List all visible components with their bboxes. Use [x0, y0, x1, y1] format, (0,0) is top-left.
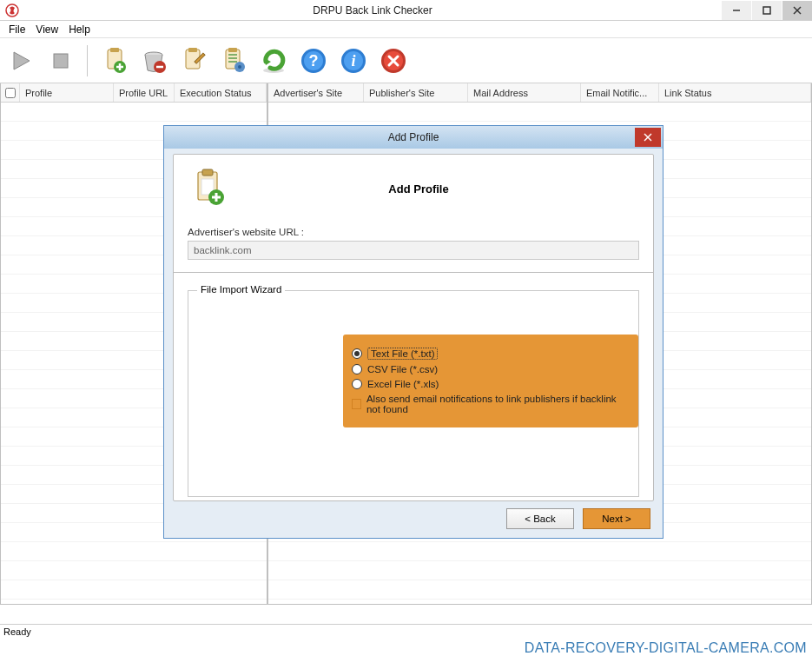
radio-icon — [352, 364, 362, 374]
file-import-wizard-fieldset: File Import Wizard Text File (*.txt) CSV… — [188, 290, 639, 497]
dialog-title: Add Profile — [164, 131, 663, 143]
col-profile-url[interactable]: Profile URL — [114, 83, 175, 102]
info-button[interactable]: i — [336, 43, 371, 79]
option-email-notify[interactable]: Also send email notifications to link pu… — [352, 394, 630, 414]
status-bar: Ready — [0, 624, 812, 639]
svg-marker-5 — [14, 52, 30, 70]
url-label: Advertiser's website URL : — [188, 227, 639, 237]
col-publisher-site[interactable]: Publisher's Site — [364, 83, 468, 102]
help-button[interactable]: ? — [296, 43, 331, 79]
col-profile[interactable]: Profile — [20, 83, 114, 102]
svg-rect-19 — [228, 48, 237, 52]
svg-text:?: ? — [309, 52, 319, 70]
option-text-file-label: Text File (*.txt) — [367, 348, 438, 360]
divider — [174, 272, 653, 273]
radio-icon — [352, 348, 362, 359]
checkbox-icon — [352, 399, 361, 409]
option-excel-file[interactable]: Excel File (*.xls) — [352, 379, 630, 389]
next-button[interactable]: Next > — [583, 508, 650, 529]
minimize-button[interactable] — [722, 1, 751, 20]
menu-file[interactable]: File — [3, 22, 30, 37]
svg-rect-40 — [202, 169, 213, 176]
dialog-footer: < Back Next > — [506, 508, 650, 529]
refresh-button[interactable] — [256, 43, 291, 79]
dialog-close-button[interactable] — [635, 128, 661, 147]
option-excel-file-label: Excel File (*.xls) — [367, 379, 439, 389]
svg-rect-16 — [188, 48, 197, 52]
dialog-body: Add Profile Advertiser's website URL : F… — [173, 154, 654, 501]
status-text: Ready — [3, 626, 31, 637]
toolbar: ? i — [0, 38, 812, 83]
col-link-status[interactable]: Link Status — [659, 83, 811, 102]
stop-button[interactable] — [43, 43, 78, 79]
col-exec-status[interactable]: Execution Status — [175, 83, 267, 102]
dialog-header: Add Profile — [240, 182, 639, 195]
svg-rect-8 — [110, 48, 119, 52]
option-email-notify-label: Also send email notifications to link pu… — [366, 394, 630, 414]
svg-rect-6 — [54, 54, 68, 68]
option-csv-file[interactable]: CSV File (*.csv) — [352, 364, 630, 374]
play-button[interactable] — [3, 43, 38, 79]
menu-help[interactable]: Help — [63, 22, 96, 37]
watermark: DATA-RECOVERY-DIGITAL-CAMERA.COM — [525, 640, 807, 656]
svg-rect-2 — [763, 7, 770, 14]
menubar: File View Help — [0, 21, 812, 38]
add-profile-button[interactable] — [96, 43, 131, 79]
option-text-file[interactable]: Text File (*.txt) — [352, 348, 630, 360]
file-options-box: Text File (*.txt) CSV File (*.csv) Excel… — [343, 335, 638, 427]
settings-button[interactable] — [216, 43, 251, 79]
back-button[interactable]: < Back — [506, 508, 574, 529]
app-icon — [3, 2, 21, 19]
delete-profile-button[interactable] — [136, 43, 171, 79]
window-title: DRPU Back Link Checker — [24, 4, 721, 17]
maximize-button[interactable] — [752, 1, 782, 20]
col-email-notification[interactable]: Email Notific... — [581, 83, 659, 102]
col-advertiser-site[interactable]: Advertiser's Site — [268, 83, 364, 102]
window-close-button[interactable] — [782, 1, 812, 20]
toolbar-separator — [85, 43, 89, 78]
option-csv-file-label: CSV File (*.csv) — [367, 364, 438, 374]
col-checkbox[interactable] — [1, 83, 20, 102]
add-profile-dialog: Add Profile Add Profile Advertiser's web… — [163, 125, 663, 539]
svg-text:i: i — [351, 52, 355, 70]
select-all-checkbox[interactable] — [5, 88, 16, 98]
close-app-button[interactable] — [376, 43, 411, 79]
menu-view[interactable]: View — [30, 22, 63, 37]
advertiser-url-input[interactable] — [188, 241, 639, 260]
svg-point-24 — [238, 65, 241, 69]
col-mail-address[interactable]: Mail Address — [468, 83, 581, 102]
fieldset-legend: File Import Wizard — [197, 284, 285, 295]
window-titlebar: DRPU Back Link Checker — [0, 0, 812, 21]
edit-profile-button[interactable] — [176, 43, 211, 79]
radio-icon — [352, 379, 362, 389]
clipboard-add-icon — [188, 167, 229, 211]
dialog-titlebar: Add Profile — [164, 126, 663, 149]
